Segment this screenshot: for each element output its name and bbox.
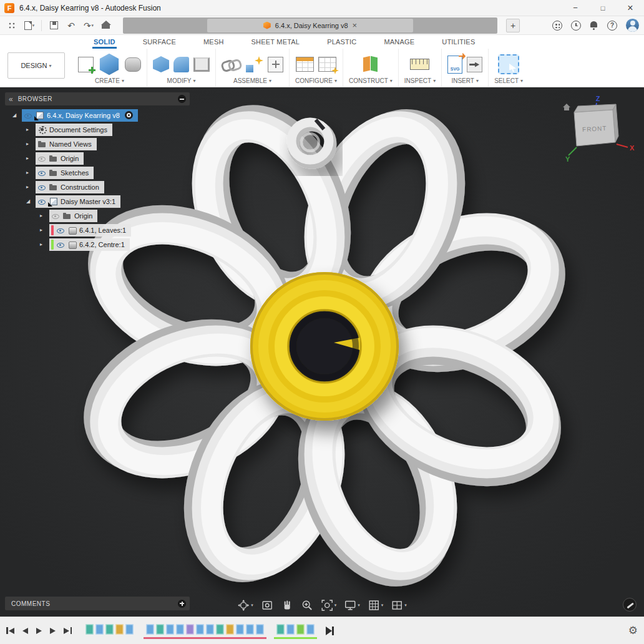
timeline-feature-icon[interactable] bbox=[125, 624, 134, 635]
viewcube-home-icon[interactable] bbox=[563, 104, 570, 110]
browser-tree-item[interactable]: ▸ Origin bbox=[5, 208, 190, 223]
timeline-feature-icon[interactable] bbox=[186, 624, 194, 635]
comments-expand-icon[interactable] bbox=[178, 600, 186, 608]
browser-header[interactable]: BROWSER bbox=[5, 92, 190, 105]
zoom-icon[interactable] bbox=[301, 599, 313, 612]
tree-item-chip[interactable]: 6.4.1, Leaves:1 bbox=[49, 224, 131, 237]
document-tab[interactable]: 6.4.x, Daisy Kearring v8 × bbox=[207, 19, 413, 32]
extrude-icon[interactable] bbox=[98, 53, 120, 76]
undo-button[interactable]: ↶ bbox=[64, 19, 78, 32]
timeline-feature-icon[interactable] bbox=[95, 624, 104, 635]
create-sketch-icon[interactable] bbox=[78, 57, 94, 72]
timeline-feature-icon[interactable] bbox=[156, 624, 164, 635]
redo-button[interactable]: ↷▾ bbox=[82, 19, 95, 32]
select-menu[interactable]: SELECT▾ bbox=[494, 77, 523, 84]
collapse-panel-icon[interactable] bbox=[9, 95, 13, 104]
browser-tree-item[interactable]: ◢ Daisy Master v3:1 bbox=[5, 194, 190, 208]
timeline-feature-icon[interactable] bbox=[166, 624, 174, 635]
browser-tree-item[interactable]: ▸ 6.4.1, Leaves:1 bbox=[5, 223, 190, 237]
insert-derive-icon[interactable] bbox=[467, 57, 482, 72]
create-form-icon[interactable] bbox=[125, 57, 141, 72]
viewports-icon[interactable]: ▾ bbox=[391, 599, 407, 612]
step-forward-button[interactable] bbox=[50, 628, 56, 634]
press-pull-icon[interactable] bbox=[153, 56, 169, 72]
configure-menu[interactable]: CONFIGURE▾ bbox=[295, 77, 337, 84]
expander-icon[interactable]: ◢ bbox=[26, 198, 36, 204]
expander-icon[interactable]: ▸ bbox=[26, 170, 36, 175]
ribbon-tab[interactable]: MANAGE bbox=[383, 35, 416, 49]
browser-tree-item[interactable]: ▸ Document Settings bbox=[5, 122, 190, 137]
go-to-start-button[interactable] bbox=[6, 627, 14, 634]
modify-menu[interactable]: MODIFY▾ bbox=[167, 77, 196, 84]
tree-item-chip[interactable]: Origin bbox=[36, 152, 84, 165]
visibility-eye-icon[interactable] bbox=[37, 168, 46, 177]
help-icon[interactable] bbox=[607, 21, 617, 31]
browser-tree-item[interactable]: ▸ 6.4.2, Centre:1 bbox=[5, 237, 190, 251]
timeline-feature-icon[interactable] bbox=[226, 624, 234, 635]
create-menu[interactable]: CREATE▾ bbox=[95, 77, 124, 84]
visibility-eye-icon[interactable] bbox=[56, 240, 65, 249]
pan-icon[interactable] bbox=[281, 599, 293, 612]
workspace-selector[interactable]: DESIGN ▾ bbox=[7, 52, 65, 79]
browser-tree-item[interactable]: ▸ Sketches bbox=[5, 165, 190, 180]
ribbon-tab[interactable]: PLASTIC bbox=[326, 35, 358, 49]
tree-item-chip[interactable]: Origin bbox=[49, 210, 97, 222]
expander-icon[interactable]: ▸ bbox=[26, 141, 36, 147]
timeline-feature-icon[interactable] bbox=[276, 624, 285, 635]
browser-minimize-icon[interactable] bbox=[178, 95, 186, 103]
timeline-feature-icon[interactable] bbox=[85, 624, 94, 635]
notifications-icon[interactable] bbox=[590, 21, 598, 30]
document-tab-close-icon[interactable]: × bbox=[353, 21, 358, 30]
close-button[interactable] bbox=[617, 0, 644, 16]
joint-link-icon[interactable] bbox=[222, 58, 242, 71]
timeline-feature-icon[interactable] bbox=[146, 624, 154, 635]
tree-item-chip[interactable]: 6.4.x, Daisy Kearring v8 bbox=[22, 109, 138, 122]
visibility-eye-icon[interactable] bbox=[37, 197, 46, 206]
play-button[interactable] bbox=[36, 628, 42, 634]
job-status-icon[interactable] bbox=[571, 21, 581, 31]
insert-svg-icon[interactable]: SVG bbox=[447, 56, 462, 74]
timeline-feature-icon[interactable] bbox=[286, 624, 295, 635]
new-component-icon[interactable] bbox=[268, 57, 283, 72]
look-at-icon[interactable] bbox=[261, 599, 273, 612]
timeline-settings-gear-icon[interactable] bbox=[628, 624, 638, 637]
view-cube[interactable]: Z FRONT Y X bbox=[558, 94, 635, 163]
configuration-table-icon[interactable] bbox=[296, 57, 314, 72]
expander-icon[interactable]: ▸ bbox=[40, 213, 49, 218]
visibility-eye-icon[interactable] bbox=[56, 226, 65, 235]
timeline-feature-icon[interactable] bbox=[196, 624, 204, 635]
visibility-eye-icon[interactable] bbox=[37, 154, 46, 163]
select-icon[interactable] bbox=[498, 54, 519, 74]
assemble-menu[interactable]: ASSEMBLE▾ bbox=[233, 77, 271, 84]
timeline-feature-icon[interactable] bbox=[236, 624, 244, 635]
step-back-button[interactable] bbox=[22, 628, 28, 634]
comments-panel[interactable]: COMMENTS bbox=[5, 597, 190, 610]
tree-item-chip[interactable]: Named Views bbox=[36, 138, 97, 150]
save-button[interactable] bbox=[47, 19, 61, 32]
orbit-icon[interactable]: ▾ bbox=[237, 599, 253, 612]
joint-icon[interactable] bbox=[246, 56, 263, 72]
home-button[interactable] bbox=[99, 19, 113, 32]
minimize-button[interactable] bbox=[562, 0, 589, 16]
tree-item-chip[interactable]: Document Settings bbox=[36, 124, 112, 136]
expander-icon[interactable]: ▸ bbox=[26, 127, 36, 132]
timeline-feature-icon[interactable] bbox=[296, 624, 305, 635]
ribbon-tab[interactable]: SURFACE bbox=[142, 35, 177, 49]
ribbon-tab[interactable]: SOLID bbox=[92, 35, 117, 49]
grid-snap-icon[interactable]: ▾ bbox=[368, 599, 384, 612]
ribbon-tab[interactable]: SHEET METAL bbox=[250, 35, 301, 49]
configure-features-icon[interactable] bbox=[318, 57, 336, 72]
visibility-eye-icon[interactable] bbox=[37, 183, 46, 192]
browser-tree-item[interactable]: ▸ Construction bbox=[5, 180, 190, 194]
display-settings-icon[interactable]: ▾ bbox=[344, 599, 360, 612]
inspect-menu[interactable]: INSPECT▾ bbox=[404, 77, 436, 84]
timeline-feature-icon[interactable] bbox=[246, 624, 254, 635]
go-to-end-button[interactable] bbox=[64, 627, 72, 634]
timeline-feature-icon[interactable] bbox=[176, 624, 184, 635]
timeline-feature-icon[interactable] bbox=[256, 624, 264, 635]
construction-plane-icon[interactable] bbox=[361, 56, 380, 73]
app-grid-icon[interactable] bbox=[5, 19, 19, 32]
timeline-end-marker[interactable] bbox=[326, 627, 334, 635]
extensions-icon[interactable] bbox=[552, 21, 562, 31]
timeline-feature-icon[interactable] bbox=[105, 624, 114, 635]
